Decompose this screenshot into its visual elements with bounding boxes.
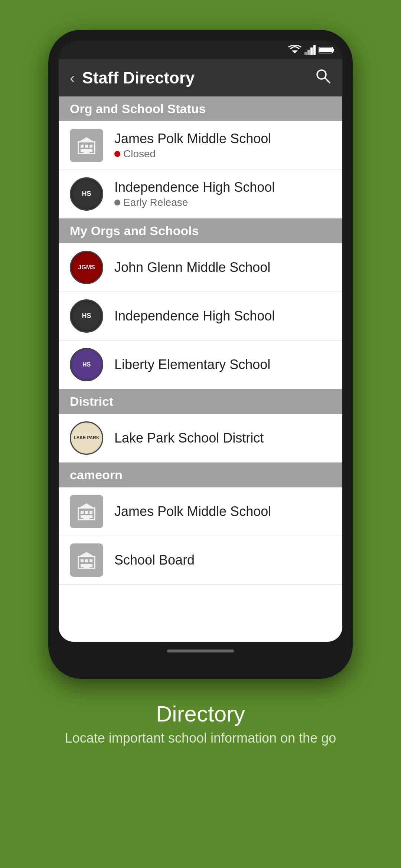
list-area: Org and School Status [59, 96, 342, 642]
section-label-my-orgs: My Orgs and Schools [70, 224, 199, 238]
svg-marker-0 [292, 50, 298, 53]
list-item-lake-park[interactable]: LAKE PARK Lake Park School District [59, 414, 342, 463]
section-label-cameorn: cameorn [70, 468, 123, 482]
svg-marker-25 [78, 503, 95, 509]
signal-icon [304, 45, 316, 55]
svg-rect-14 [81, 149, 84, 152]
svg-rect-4 [313, 45, 316, 55]
svg-rect-31 [89, 564, 92, 567]
svg-rect-23 [89, 515, 92, 518]
section-org-school-status: Org and School Status [59, 96, 342, 121]
john-glenn-content: John Glenn Middle School [114, 260, 331, 275]
search-icon [315, 68, 331, 84]
james-polk-cam-name: James Polk Middle School [114, 504, 331, 519]
svg-rect-1 [304, 52, 307, 55]
lake-park-content: Lake Park School District [114, 430, 331, 446]
svg-rect-28 [85, 559, 88, 562]
independence-high-icon: HS [70, 299, 103, 333]
independence-high-status-icon: HS [70, 177, 103, 211]
page-title: Staff Directory [82, 69, 315, 87]
james-polk-status-content: James Polk Middle School Closed [114, 131, 331, 160]
building-icon-2 [75, 500, 98, 523]
svg-line-9 [325, 78, 330, 83]
back-button[interactable]: ‹ [70, 70, 75, 86]
list-item-john-glenn[interactable]: JGMS John Glenn Middle School [59, 243, 342, 292]
svg-rect-24 [84, 515, 89, 520]
svg-rect-32 [84, 564, 89, 568]
phone-screen: ‹ Staff Directory Org and School Status [59, 59, 342, 642]
independence-high-status-status: Early Release [114, 197, 331, 208]
svg-rect-6 [333, 49, 334, 52]
list-item-james-polk-cam[interactable]: James Polk Middle School [59, 487, 342, 536]
lake-park-name: Lake Park School District [114, 430, 331, 446]
section-label-district: District [70, 394, 113, 408]
james-polk-status-status: Closed [114, 148, 331, 160]
james-polk-cam-content: James Polk Middle School [114, 504, 331, 519]
john-glenn-icon: JGMS [70, 251, 103, 284]
svg-rect-20 [85, 511, 88, 514]
liberty-elementary-content: Liberty Elementary School [114, 357, 331, 372]
svg-rect-21 [89, 511, 92, 514]
section-district: District [59, 389, 342, 414]
john-glenn-name: John Glenn Middle School [114, 260, 331, 275]
svg-marker-17 [78, 137, 95, 142]
svg-rect-2 [307, 50, 310, 55]
empty-space [59, 585, 342, 642]
svg-marker-33 [78, 552, 95, 557]
james-polk-status-name: James Polk Middle School [114, 131, 331, 147]
building-icon [75, 134, 98, 157]
liberty-elementary-icon: HS [70, 348, 103, 381]
james-polk-status-icon [70, 129, 103, 162]
lake-park-icon: LAKE PARK [70, 421, 103, 455]
svg-rect-16 [84, 149, 89, 154]
footer-text: Directory Locate important school inform… [65, 701, 336, 746]
svg-rect-27 [81, 559, 84, 562]
independence-high-content: Independence High School [114, 308, 331, 324]
svg-rect-13 [89, 145, 92, 148]
home-indicator [59, 642, 342, 660]
svg-rect-19 [81, 511, 84, 514]
liberty-elementary-name: Liberty Elementary School [114, 357, 331, 372]
home-bar [167, 650, 234, 652]
status-dot-gray [114, 200, 120, 206]
independence-high-name: Independence High School [114, 308, 331, 324]
svg-rect-12 [85, 145, 88, 148]
svg-rect-11 [81, 145, 84, 148]
list-item-school-board[interactable]: School Board [59, 536, 342, 585]
wifi-icon [288, 45, 301, 55]
search-button[interactable] [315, 68, 331, 88]
section-label-org-school-status: Org and School Status [70, 102, 206, 116]
svg-rect-3 [310, 47, 313, 55]
footer-subtitle: Locate important school information on t… [65, 730, 336, 746]
school-board-content: School Board [114, 552, 331, 568]
status-dot-red [114, 151, 120, 157]
independence-high-status-name: Independence High School [114, 180, 331, 195]
status-bar [59, 41, 342, 59]
status-icons [288, 45, 335, 55]
independence-high-status-content: Independence High School Early Release [114, 180, 331, 208]
james-polk-cam-icon [70, 495, 103, 528]
svg-rect-15 [89, 149, 92, 152]
page-background: ‹ Staff Directory Org and School Status [0, 0, 401, 868]
list-item-independence-high-status[interactable]: HS Independence High School Early Releas… [59, 170, 342, 218]
svg-rect-29 [89, 559, 92, 562]
list-item-james-polk-status[interactable]: James Polk Middle School Closed [59, 121, 342, 170]
phone-frame: ‹ Staff Directory Org and School Status [48, 30, 353, 679]
section-cameorn: cameorn [59, 463, 342, 487]
list-item-independence-high[interactable]: HS Independence High School [59, 292, 342, 341]
svg-rect-30 [81, 564, 84, 567]
battery-icon [319, 46, 335, 54]
list-item-liberty-elementary[interactable]: HS Liberty Elementary School [59, 341, 342, 389]
section-my-orgs: My Orgs and Schools [59, 218, 342, 243]
footer-title: Directory [65, 701, 336, 727]
building-icon-3 [75, 549, 98, 571]
svg-rect-22 [81, 515, 84, 518]
app-header: ‹ Staff Directory [59, 59, 342, 96]
school-board-icon [70, 543, 103, 577]
school-board-name: School Board [114, 552, 331, 568]
svg-rect-7 [319, 48, 332, 52]
